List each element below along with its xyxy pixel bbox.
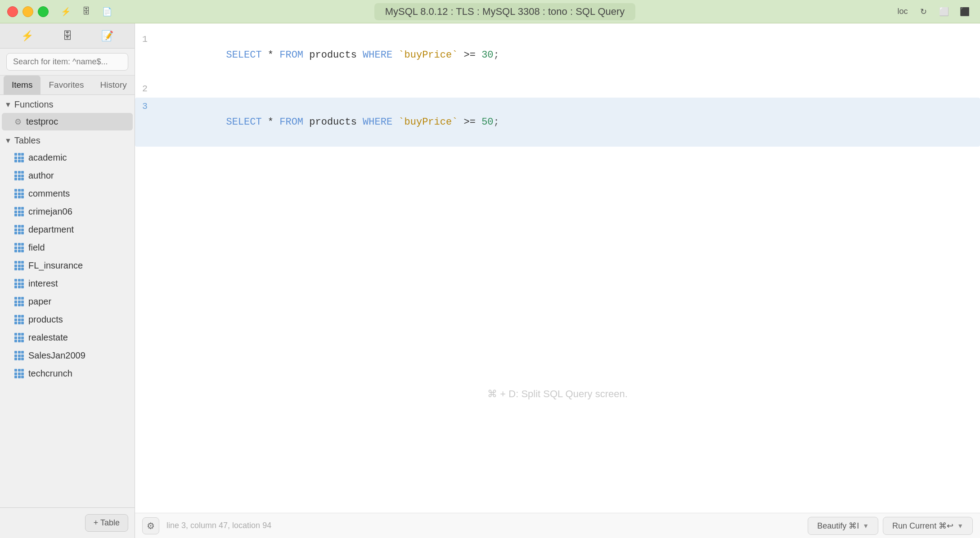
- beautify-button[interactable]: Beautify ⌘I ▼: [808, 517, 878, 535]
- line-content-2: [155, 81, 980, 97]
- table-item-label: interest: [28, 278, 58, 289]
- functions-section-header[interactable]: ▼ Functions: [0, 95, 135, 112]
- table-grid-icon: [14, 351, 24, 360]
- sidebar-item-crimejan06[interactable]: crimejan06: [2, 203, 133, 220]
- table-grid-icon: [14, 315, 24, 324]
- search-input[interactable]: [6, 53, 128, 71]
- connection-icon[interactable]: ⚡: [58, 4, 74, 20]
- sidebar-tabs: Items Favorites History: [0, 76, 135, 95]
- refresh-icon[interactable]: ↻: [915, 4, 931, 20]
- loc-badge[interactable]: loc: [895, 4, 911, 20]
- code-line-3: 3 SELECT * FROM products WHERE `buyPrice…: [135, 98, 980, 147]
- sidebar-item-interest[interactable]: interest: [2, 275, 133, 292]
- line-content-1: SELECT * FROM products WHERE `buyPrice` …: [155, 31, 980, 79]
- gear-icon: ⚙: [14, 117, 22, 127]
- status-bar: ⚙ line 3, column 47, location 94 Beautif…: [135, 513, 980, 538]
- func-item-label: testproc: [26, 117, 58, 127]
- beautify-label: Beautify ⌘I: [817, 521, 859, 531]
- sidebar-item-department[interactable]: department: [2, 221, 133, 238]
- sidebar-item-techcrunch[interactable]: techcrunch: [2, 365, 133, 382]
- table-grid-icon: [14, 297, 24, 306]
- sidebar-item-products[interactable]: products: [2, 311, 133, 328]
- sidebar: ⚡ 🗄 📝 Items Favorites History ▼ Function…: [0, 23, 135, 538]
- run-button[interactable]: Run Current ⌘↩ ▼: [883, 517, 973, 535]
- titlebar-center: MySQL 8.0.12 : TLS : MySQL 3308 : tono :…: [121, 3, 889, 20]
- table-item-label: comments: [28, 188, 70, 199]
- add-table-label: + Table: [94, 518, 120, 528]
- sidebar-item-field[interactable]: field: [2, 239, 133, 256]
- sidebar-item-academic[interactable]: academic: [2, 149, 133, 166]
- titlebar-right: loc ↻ ⬜ ⬛: [895, 4, 973, 20]
- minimize-button[interactable]: [22, 6, 33, 17]
- sidebar-item-comments[interactable]: comments: [2, 185, 133, 202]
- line-number-3: 3: [135, 99, 155, 114]
- add-table-button[interactable]: + Table: [85, 514, 128, 532]
- tables-section-header[interactable]: ▼ Tables: [0, 131, 135, 148]
- table-grid-icon: [14, 279, 24, 288]
- table-item-label: SalesJan2009: [28, 350, 85, 361]
- line-content-3: SELECT * FROM products WHERE `buyPrice` …: [155, 99, 980, 146]
- table-grid-icon: [14, 261, 24, 270]
- sidebar-item-FL_insurance[interactable]: FL_insurance: [2, 257, 133, 274]
- table-grid-icon: [14, 225, 24, 234]
- status-right-actions: Beautify ⌘I ▼ Run Current ⌘↩ ▼: [808, 517, 973, 535]
- beautify-dropdown-arrow[interactable]: ▼: [863, 522, 869, 529]
- titlebar-icons: ⚡ 🗄 📄: [58, 4, 115, 20]
- hint-text: ⌘ + D: Split SQL Query screen.: [487, 388, 628, 400]
- code-editor[interactable]: 1 SELECT * FROM products WHERE `buyPrice…: [135, 23, 980, 275]
- run-label: Run Current ⌘↩: [892, 521, 953, 531]
- empty-hint: ⌘ + D: Split SQL Query screen.: [135, 275, 980, 513]
- query-icon[interactable]: 📄: [99, 4, 115, 20]
- sidebar-item-realestate[interactable]: realestate: [2, 329, 133, 346]
- table-grid-icon: [14, 207, 24, 216]
- line-number-2: 2: [135, 82, 155, 96]
- table-item-label: department: [28, 224, 74, 235]
- layout-icon[interactable]: ⬜: [936, 4, 952, 20]
- table-grid-icon: [14, 153, 24, 162]
- maximize-button[interactable]: [38, 6, 49, 17]
- tables-chevron: ▼: [4, 137, 12, 145]
- run-dropdown-arrow[interactable]: ▼: [957, 522, 963, 529]
- table-grid-icon: [14, 171, 24, 180]
- sidebar-search-container: [0, 49, 135, 76]
- sidebar-item-SalesJan2009[interactable]: SalesJan2009: [2, 347, 133, 364]
- database-icon[interactable]: 🗄: [78, 4, 94, 20]
- tab-history[interactable]: History: [92, 76, 135, 94]
- content-area: 1 SELECT * FROM products WHERE `buyPrice…: [135, 23, 980, 538]
- query-nav-icon[interactable]: 📝: [99, 27, 117, 45]
- sidebar-item-testproc[interactable]: ⚙ testproc: [2, 113, 133, 130]
- table-grid-icon: [14, 189, 24, 198]
- table-grid-icon: [14, 243, 24, 252]
- tab-items[interactable]: Items: [4, 76, 40, 94]
- status-position-text: line 3, column 47, location 94: [166, 521, 271, 530]
- functions-section-label: Functions: [14, 99, 54, 110]
- main-container: ⚡ 🗄 📝 Items Favorites History ▼ Function…: [0, 23, 980, 538]
- table-item-label: realestate: [28, 332, 68, 343]
- close-button[interactable]: [7, 6, 18, 17]
- editor-area: 1 SELECT * FROM products WHERE `buyPrice…: [135, 23, 980, 513]
- connection-title: MySQL 8.0.12 : TLS : MySQL 3308 : tono :…: [374, 3, 636, 20]
- table-item-label: academic: [28, 152, 67, 163]
- database-nav-icon[interactable]: 🗄: [58, 27, 76, 45]
- settings-button[interactable]: ⚙: [142, 517, 159, 534]
- table-item-label: techcrunch: [28, 368, 72, 379]
- sidebar-item-author[interactable]: author: [2, 167, 133, 184]
- table-grid-icon: [14, 369, 24, 378]
- connection-nav-icon[interactable]: ⚡: [18, 27, 36, 45]
- table-item-label: FL_insurance: [28, 260, 83, 271]
- titlebar: ⚡ 🗄 📄 MySQL 8.0.12 : TLS : MySQL 3308 : …: [0, 0, 980, 23]
- table-item-label: field: [28, 242, 45, 253]
- tables-section-label: Tables: [14, 135, 40, 146]
- sidebar-content: ▼ Functions ⚙ testproc ▼ Tables academic: [0, 95, 135, 507]
- functions-chevron: ▼: [4, 101, 12, 109]
- tab-favorites[interactable]: Favorites: [40, 76, 92, 94]
- sidebar-footer: + Table: [0, 507, 135, 538]
- fullscreen-icon[interactable]: ⬛: [957, 4, 973, 20]
- code-line-1: 1 SELECT * FROM products WHERE `buyPrice…: [135, 31, 980, 80]
- traffic-lights: [7, 6, 49, 17]
- sidebar-item-paper[interactable]: paper: [2, 293, 133, 310]
- table-item-label: products: [28, 314, 63, 325]
- table-item-label: author: [28, 170, 54, 181]
- table-item-label: paper: [28, 296, 51, 307]
- code-line-2: 2: [135, 80, 980, 98]
